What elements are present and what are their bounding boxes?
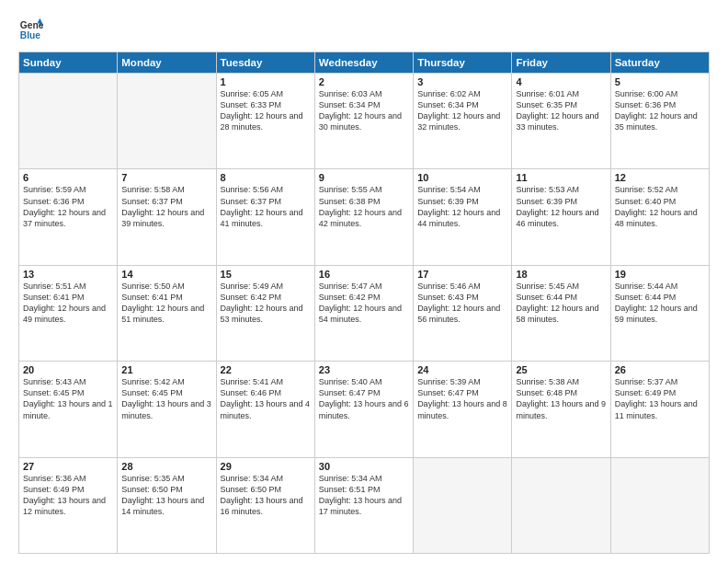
svg-text:Blue: Blue	[20, 30, 41, 40]
calendar-cell: 24Sunrise: 5:39 AMSunset: 6:47 PMDayligh…	[414, 362, 512, 457]
calendar-cell: 11Sunrise: 5:53 AMSunset: 6:39 PMDayligh…	[512, 169, 610, 265]
day-number: 7	[121, 172, 211, 183]
cell-details: Sunrise: 5:54 AMSunset: 6:39 PMDaylight:…	[417, 184, 507, 229]
day-number: 23	[319, 364, 409, 375]
calendar-week-row: 20Sunrise: 5:43 AMSunset: 6:45 PMDayligh…	[19, 362, 710, 457]
calendar-cell: 4Sunrise: 6:01 AMSunset: 6:35 PMDaylight…	[512, 74, 610, 169]
cell-details: Sunrise: 5:49 AMSunset: 6:42 PMDaylight:…	[221, 281, 311, 326]
header-friday: Friday	[512, 52, 610, 74]
cell-details: Sunrise: 5:34 AMSunset: 6:51 PMDaylight:…	[319, 473, 409, 518]
day-number: 16	[319, 269, 409, 280]
logo: General Blue	[18, 17, 50, 42]
calendar-cell: 26Sunrise: 5:37 AMSunset: 6:49 PMDayligh…	[610, 362, 709, 457]
day-number: 5	[615, 76, 705, 87]
cell-details: Sunrise: 5:56 AMSunset: 6:37 PMDaylight:…	[221, 184, 311, 229]
calendar-cell: 15Sunrise: 5:49 AMSunset: 6:42 PMDayligh…	[216, 265, 314, 361]
logo-icon: General Blue	[18, 17, 44, 42]
day-number: 29	[221, 461, 311, 472]
calendar-cell: 22Sunrise: 5:41 AMSunset: 6:46 PMDayligh…	[216, 362, 314, 457]
header-wednesday: Wednesday	[314, 52, 413, 74]
day-number: 18	[516, 269, 606, 280]
cell-details: Sunrise: 5:40 AMSunset: 6:47 PMDaylight:…	[319, 376, 409, 421]
calendar-cell: 25Sunrise: 5:38 AMSunset: 6:48 PMDayligh…	[512, 362, 610, 457]
calendar-cell: 6Sunrise: 5:59 AMSunset: 6:36 PMDaylight…	[19, 169, 118, 265]
calendar-cell: 13Sunrise: 5:51 AMSunset: 6:41 PMDayligh…	[19, 265, 118, 361]
cell-details: Sunrise: 6:05 AMSunset: 6:33 PMDaylight:…	[221, 88, 311, 133]
day-number: 19	[615, 269, 705, 280]
calendar-table: SundayMondayTuesdayWednesdayThursdayFrid…	[18, 52, 710, 554]
calendar-cell: 2Sunrise: 6:03 AMSunset: 6:34 PMDaylight…	[314, 74, 413, 169]
day-number: 6	[23, 172, 113, 183]
cell-details: Sunrise: 6:02 AMSunset: 6:34 PMDaylight:…	[417, 88, 507, 133]
day-number: 22	[221, 364, 311, 375]
cell-details: Sunrise: 5:37 AMSunset: 6:49 PMDaylight:…	[615, 376, 705, 421]
day-number: 10	[417, 172, 507, 183]
day-number: 28	[121, 461, 211, 472]
day-number: 9	[319, 172, 409, 183]
cell-details: Sunrise: 5:53 AMSunset: 6:39 PMDaylight:…	[516, 184, 606, 229]
calendar-week-row: 13Sunrise: 5:51 AMSunset: 6:41 PMDayligh…	[19, 265, 710, 361]
calendar-cell: 27Sunrise: 5:36 AMSunset: 6:49 PMDayligh…	[19, 457, 118, 553]
day-number: 21	[121, 364, 211, 375]
page: General Blue SundayMondayTuesdayWednesda…	[0, 0, 728, 563]
calendar-header-row: SundayMondayTuesdayWednesdayThursdayFrid…	[19, 52, 710, 74]
day-number: 30	[319, 461, 409, 472]
cell-details: Sunrise: 5:38 AMSunset: 6:48 PMDaylight:…	[516, 376, 606, 421]
cell-details: Sunrise: 5:51 AMSunset: 6:41 PMDaylight:…	[23, 281, 113, 326]
cell-details: Sunrise: 5:46 AMSunset: 6:43 PMDaylight:…	[417, 281, 507, 326]
cell-details: Sunrise: 5:41 AMSunset: 6:46 PMDaylight:…	[221, 376, 311, 421]
calendar-cell: 18Sunrise: 5:45 AMSunset: 6:44 PMDayligh…	[512, 265, 610, 361]
cell-details: Sunrise: 5:35 AMSunset: 6:50 PMDaylight:…	[121, 473, 211, 518]
cell-details: Sunrise: 5:36 AMSunset: 6:49 PMDaylight:…	[23, 473, 113, 518]
calendar-cell: 20Sunrise: 5:43 AMSunset: 6:45 PMDayligh…	[19, 362, 118, 457]
day-number: 26	[615, 364, 705, 375]
day-number: 3	[417, 76, 507, 87]
day-number: 8	[221, 172, 311, 183]
calendar-cell: 9Sunrise: 5:55 AMSunset: 6:38 PMDaylight…	[314, 169, 413, 265]
calendar-cell	[19, 74, 118, 169]
header-thursday: Thursday	[414, 52, 512, 74]
calendar-cell: 28Sunrise: 5:35 AMSunset: 6:50 PMDayligh…	[118, 457, 216, 553]
calendar-cell	[512, 457, 610, 553]
header-tuesday: Tuesday	[216, 52, 314, 74]
day-number: 14	[121, 269, 211, 280]
day-number: 12	[615, 172, 705, 183]
day-number: 2	[319, 76, 409, 87]
calendar-cell	[118, 74, 216, 169]
header-sunday: Sunday	[19, 52, 118, 74]
cell-details: Sunrise: 5:50 AMSunset: 6:41 PMDaylight:…	[121, 281, 211, 326]
calendar-cell: 1Sunrise: 6:05 AMSunset: 6:33 PMDaylight…	[216, 74, 314, 169]
calendar-week-row: 1Sunrise: 6:05 AMSunset: 6:33 PMDaylight…	[19, 74, 710, 169]
calendar-cell: 10Sunrise: 5:54 AMSunset: 6:39 PMDayligh…	[414, 169, 512, 265]
day-number: 15	[221, 269, 311, 280]
cell-details: Sunrise: 5:58 AMSunset: 6:37 PMDaylight:…	[121, 184, 211, 229]
calendar-cell: 12Sunrise: 5:52 AMSunset: 6:40 PMDayligh…	[610, 169, 709, 265]
cell-details: Sunrise: 5:47 AMSunset: 6:42 PMDaylight:…	[319, 281, 409, 326]
cell-details: Sunrise: 6:03 AMSunset: 6:34 PMDaylight:…	[319, 88, 409, 133]
cell-details: Sunrise: 5:42 AMSunset: 6:45 PMDaylight:…	[121, 376, 211, 421]
calendar-cell: 30Sunrise: 5:34 AMSunset: 6:51 PMDayligh…	[314, 457, 413, 553]
day-number: 17	[417, 269, 507, 280]
cell-details: Sunrise: 5:43 AMSunset: 6:45 PMDaylight:…	[23, 376, 113, 421]
calendar-cell: 17Sunrise: 5:46 AMSunset: 6:43 PMDayligh…	[414, 265, 512, 361]
calendar-cell: 3Sunrise: 6:02 AMSunset: 6:34 PMDaylight…	[414, 74, 512, 169]
calendar-cell: 7Sunrise: 5:58 AMSunset: 6:37 PMDaylight…	[118, 169, 216, 265]
calendar-cell	[414, 457, 512, 553]
cell-details: Sunrise: 6:01 AMSunset: 6:35 PMDaylight:…	[516, 88, 606, 133]
day-number: 24	[417, 364, 507, 375]
cell-details: Sunrise: 5:39 AMSunset: 6:47 PMDaylight:…	[417, 376, 507, 421]
calendar-cell	[610, 457, 709, 553]
cell-details: Sunrise: 6:00 AMSunset: 6:36 PMDaylight:…	[615, 88, 705, 133]
header-monday: Monday	[118, 52, 216, 74]
cell-details: Sunrise: 5:52 AMSunset: 6:40 PMDaylight:…	[615, 184, 705, 229]
calendar-cell: 29Sunrise: 5:34 AMSunset: 6:50 PMDayligh…	[216, 457, 314, 553]
calendar-cell: 19Sunrise: 5:44 AMSunset: 6:44 PMDayligh…	[610, 265, 709, 361]
day-number: 1	[221, 76, 311, 87]
cell-details: Sunrise: 5:44 AMSunset: 6:44 PMDaylight:…	[615, 281, 705, 326]
day-number: 13	[23, 269, 113, 280]
day-number: 11	[516, 172, 606, 183]
cell-details: Sunrise: 5:59 AMSunset: 6:36 PMDaylight:…	[23, 184, 113, 229]
day-number: 20	[23, 364, 113, 375]
day-number: 25	[516, 364, 606, 375]
cell-details: Sunrise: 5:34 AMSunset: 6:50 PMDaylight:…	[221, 473, 311, 518]
